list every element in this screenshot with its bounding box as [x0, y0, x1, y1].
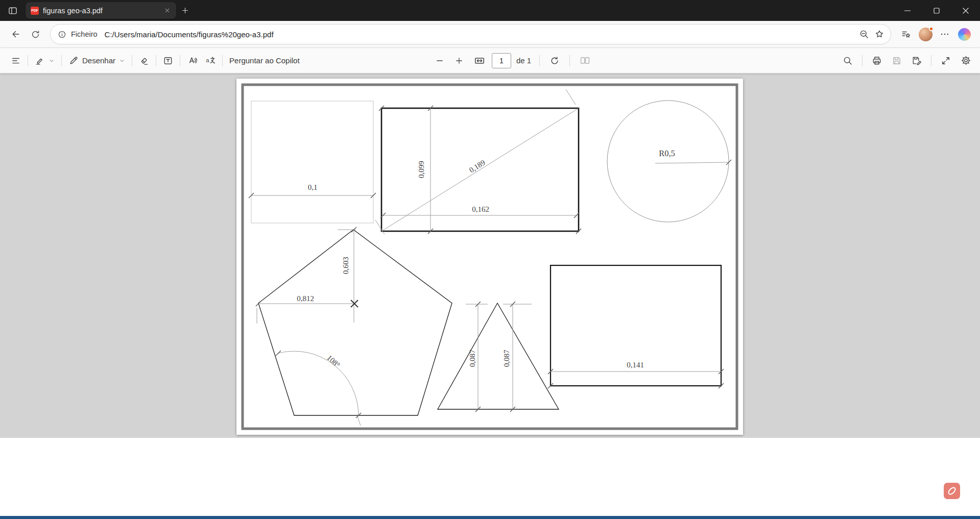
tab-close-button[interactable] [162, 6, 172, 16]
add-text-button[interactable] [159, 52, 177, 70]
copilot-button[interactable] [954, 24, 974, 44]
plus-icon [455, 56, 464, 65]
figure-pentagon: 0,603 0,812 108° [256, 227, 452, 426]
address-bar[interactable]: Ficheiro C:/Users/maria/Documents/figura… [50, 24, 891, 44]
text-box-icon [163, 56, 173, 66]
acrobat-icon [946, 485, 958, 497]
separator [180, 55, 180, 66]
dimension-label: R0,5 [659, 149, 675, 158]
table-of-contents-icon [11, 56, 21, 66]
separator [156, 55, 156, 66]
browser-window: PDF figuras geo-a3.pdf [0, 0, 980, 519]
browser-tab[interactable]: PDF figuras geo-a3.pdf [26, 2, 176, 19]
dimension-label: 0,141 [627, 361, 644, 369]
favorites-button[interactable] [896, 24, 916, 44]
page-number-input[interactable] [492, 53, 511, 68]
pdf-file-icon: PDF [31, 7, 39, 15]
minimize-button[interactable] [893, 0, 922, 21]
separator [61, 55, 62, 66]
dimension-label: 0,603 [342, 257, 350, 274]
window-controls [893, 0, 980, 21]
two-page-view-icon [580, 55, 590, 66]
search-icon [843, 56, 853, 66]
save-edit-icon [912, 56, 922, 66]
rotate-button[interactable] [546, 52, 563, 70]
pdf-page: 0,1 0,099 0,189 0,162 [236, 79, 743, 435]
settings-button[interactable] [957, 52, 975, 70]
separator [539, 55, 540, 66]
tab-title: figuras geo-a3.pdf [43, 7, 158, 15]
translate-icon: a [205, 55, 216, 66]
search-button[interactable] [839, 52, 856, 70]
zoom-in-button[interactable] [451, 52, 467, 70]
print-button[interactable] [868, 52, 886, 70]
gear-icon [961, 55, 971, 66]
zoom-page-controls: de 1 [432, 48, 594, 73]
read-aloud-icon [187, 55, 198, 66]
draw-label: Desenhar [82, 56, 115, 65]
dimension-label: 0,087 [503, 350, 511, 367]
read-aloud-button[interactable] [183, 52, 201, 70]
pdf-toolbar-right [839, 48, 975, 73]
pdf-toolbar: Desenhar a [0, 48, 980, 73]
copilot-icon [958, 28, 971, 41]
save-icon [892, 56, 902, 66]
navigation-bar: Ficheiro C:/Users/maria/Documents/figura… [0, 21, 980, 48]
separator [28, 55, 28, 66]
fit-width-icon [474, 55, 485, 66]
svg-text:a: a [206, 57, 209, 63]
ask-copilot-button[interactable]: Perguntar ao Copilot [226, 52, 303, 70]
minus-icon [435, 56, 444, 65]
fullscreen-button[interactable] [937, 52, 954, 70]
save-as-button[interactable] [908, 52, 925, 70]
url-text[interactable]: C:/Users/maria/Documents/figuras%20geo-a… [105, 30, 859, 39]
expand-icon [941, 56, 951, 66]
translate-button[interactable]: a [201, 52, 219, 70]
ellipsis-icon [940, 29, 950, 39]
plus-icon [181, 6, 189, 15]
maximize-button[interactable] [922, 0, 951, 21]
page-view-button[interactable] [576, 52, 594, 70]
chevron-down-icon [49, 58, 55, 64]
profile-button[interactable] [916, 24, 935, 44]
zoom-out-icon[interactable] [859, 29, 869, 39]
back-arrow-icon [11, 29, 21, 39]
zoom-out-button[interactable] [432, 52, 448, 70]
refresh-button[interactable] [26, 24, 45, 44]
close-button[interactable] [951, 0, 980, 21]
file-scheme-label: Ficheiro [71, 30, 98, 38]
refresh-icon [31, 30, 40, 39]
highlighter-icon [35, 56, 45, 66]
draw-button[interactable]: Desenhar [65, 52, 129, 70]
favorite-star-icon[interactable] [874, 29, 885, 39]
dimension-label: 0,189 [468, 158, 487, 174]
angle-arc [278, 351, 358, 415]
avatar [919, 28, 933, 41]
dimension-label: 0,099 [417, 161, 425, 178]
chevron-down-icon [119, 58, 125, 64]
dimension-label: 0,812 [297, 294, 314, 303]
contents-button[interactable] [7, 52, 25, 70]
fit-to-width-button[interactable] [470, 52, 489, 70]
back-button[interactable] [6, 24, 26, 44]
save-button[interactable] [888, 52, 905, 70]
new-tab-button[interactable] [176, 3, 194, 19]
printer-icon [872, 56, 882, 66]
separator [222, 55, 223, 66]
figure-plain-rectangle: 0,141 [548, 265, 724, 388]
desktop-area [0, 438, 980, 516]
tab-actions-button[interactable] [4, 3, 21, 19]
taskbar-edge [0, 516, 980, 519]
acrobat-badge[interactable] [944, 483, 960, 499]
rotate-icon [549, 56, 560, 66]
figure-triangle: 0,087 0,087 [438, 302, 559, 412]
erase-button[interactable] [135, 52, 153, 70]
highlight-button[interactable] [31, 52, 58, 70]
separator [862, 55, 863, 66]
figure-bold-rectangle: 0,099 0,189 0,162 [375, 89, 581, 234]
figure-circle: R0,5 [607, 101, 731, 222]
settings-more-button[interactable] [935, 24, 954, 44]
info-icon [58, 30, 66, 39]
pen-icon [68, 56, 79, 66]
maximize-icon [933, 7, 940, 14]
